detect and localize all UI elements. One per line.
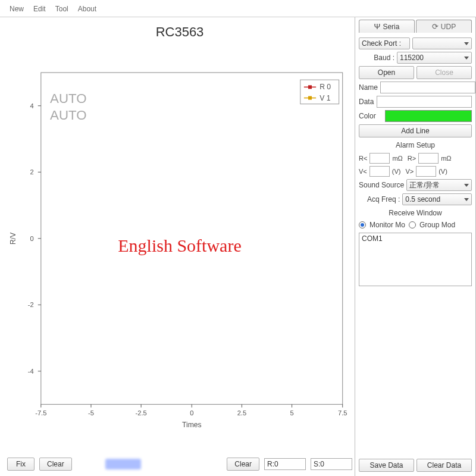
tab-udp[interactable]: ⟳ UDP <box>416 20 472 33</box>
v-lt-label: V< <box>359 168 367 175</box>
svg-text:-2.5: -2.5 <box>136 409 147 416</box>
port-listbox[interactable]: COM1 <box>359 233 472 286</box>
acq-freq-label: Acq Freq : <box>367 195 400 203</box>
svg-text:5: 5 <box>290 409 293 416</box>
svg-text:-7.5: -7.5 <box>35 409 46 416</box>
add-line-button[interactable]: Add Line <box>359 124 472 137</box>
name-input[interactable] <box>380 82 475 93</box>
svg-text:0: 0 <box>190 409 193 416</box>
tab-serial[interactable]: Ψ Seria <box>359 20 415 33</box>
auto-annotation-1: AUTO <box>50 91 87 106</box>
v-gt-unit: (V) <box>439 168 447 175</box>
port-dropdown[interactable] <box>412 37 472 49</box>
save-data-button[interactable]: Save Data <box>359 459 414 472</box>
menubar: New Edit Tool About <box>0 0 476 17</box>
sound-source-label: Sound Source <box>359 181 404 189</box>
baud-dropdown[interactable]: 115200 <box>397 52 472 64</box>
acq-freq-dropdown[interactable]: 0.5 second <box>402 193 472 205</box>
svg-rect-26 <box>308 85 312 89</box>
data-label: Data <box>359 98 374 106</box>
r-lt-input[interactable] <box>369 153 390 164</box>
svg-text:2.5: 2.5 <box>237 409 247 416</box>
r-lt-unit: mΩ <box>392 155 402 162</box>
svg-text:2: 2 <box>30 168 33 176</box>
open-button[interactable]: Open <box>359 66 414 79</box>
menu-tool[interactable]: Tool <box>52 4 72 14</box>
menu-new[interactable]: New <box>6 4 27 14</box>
x-axis: -7.5 -5 -2.5 0 2.5 5 7.5 <box>35 405 347 416</box>
auto-annotation-2: AUTO <box>50 108 87 123</box>
color-label: Color <box>359 112 383 120</box>
r-gt-unit: mΩ <box>441 155 451 162</box>
x-axis-label: Times <box>182 421 202 429</box>
r-lt-label: R< <box>359 155 367 162</box>
bottom-toolbar: Fix Clear Clear R:0 S:0 <box>5 454 355 472</box>
v-lt-input[interactable] <box>369 166 390 177</box>
s-status-box: S:0 <box>311 458 352 470</box>
r-gt-label: R> <box>408 155 416 162</box>
menu-edit[interactable]: Edit <box>30 4 49 14</box>
list-item[interactable]: COM1 <box>362 234 469 243</box>
monitor-mode-radio[interactable] <box>359 221 366 228</box>
group-mode-radio[interactable] <box>409 221 416 228</box>
v-gt-input[interactable] <box>416 166 436 177</box>
svg-text:4: 4 <box>30 102 33 109</box>
main-content: RC3563 4 2 0 -2 -4 -7.5 -5 -2.5 <box>0 17 476 476</box>
svg-text:7.5: 7.5 <box>338 409 347 416</box>
baud-label: Baud : <box>359 54 394 62</box>
receive-window-title: Receive Window <box>359 209 472 217</box>
data-input[interactable] <box>377 96 472 108</box>
redacted-chip <box>105 459 141 469</box>
svg-text:-2: -2 <box>28 301 34 308</box>
clear-button-left[interactable]: Clear <box>39 458 72 471</box>
chart-legend: R 0 V 1 <box>300 80 339 104</box>
chart-area: 4 2 0 -2 -4 -7.5 -5 -2.5 0 2.5 5 7.5 Tim… <box>5 41 355 454</box>
tab-udp-label: UDP <box>441 23 456 31</box>
watermark-text: English Software <box>118 236 241 256</box>
close-button[interactable]: Close <box>416 66 472 79</box>
left-pane: RC3563 4 2 0 -2 -4 -7.5 -5 -2.5 <box>0 17 355 476</box>
loop-icon: ⟳ <box>432 22 439 31</box>
y-axis-label: R/V <box>9 232 17 245</box>
r-status-box: R:0 <box>264 458 306 470</box>
group-mode-label: Group Mod <box>419 221 455 229</box>
clear-button-right[interactable]: Clear <box>227 458 259 471</box>
v-gt-label: V> <box>405 168 414 175</box>
usb-icon: Ψ <box>374 22 381 31</box>
alarm-setup-title: Alarm Setup <box>359 141 472 149</box>
name-label: Name <box>359 83 378 92</box>
check-port-button[interactable]: Check Port : <box>359 37 410 49</box>
clear-data-button[interactable]: Clear Data <box>416 459 472 472</box>
panel-tabs: Ψ Seria ⟳ UDP <box>359 20 472 33</box>
y-axis: 4 2 0 -2 -4 <box>28 102 41 375</box>
chart-title: RC3563 <box>5 24 355 40</box>
monitor-mode-label: Monitor Mo <box>369 221 405 229</box>
tab-serial-label: Seria <box>383 23 399 31</box>
v-lt-unit: (V) <box>392 168 401 175</box>
r-gt-input[interactable] <box>418 153 439 164</box>
sound-source-dropdown[interactable]: 正常/异常 <box>406 179 472 191</box>
fix-button[interactable]: Fix <box>7 458 35 471</box>
svg-text:-4: -4 <box>28 368 34 375</box>
svg-text:0: 0 <box>30 235 33 242</box>
color-swatch[interactable] <box>385 110 472 122</box>
svg-text:V 1: V 1 <box>320 94 330 102</box>
right-panel: Ψ Seria ⟳ UDP Check Port : Baud : 115200… <box>355 17 476 476</box>
svg-text:R 0: R 0 <box>320 83 331 91</box>
svg-text:-5: -5 <box>88 409 94 416</box>
menu-about[interactable]: About <box>74 4 100 14</box>
svg-rect-29 <box>308 96 312 100</box>
